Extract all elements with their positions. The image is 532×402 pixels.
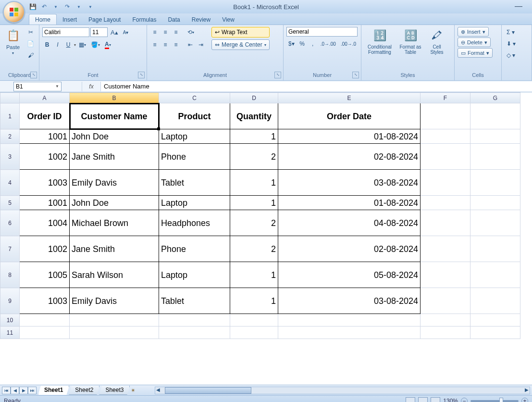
cell-E3[interactable]: 02-08-2024: [278, 144, 421, 170]
cell-C1[interactable]: Product: [159, 103, 230, 129]
row-header-6[interactable]: 6: [0, 210, 20, 236]
name-box[interactable]: B1 ▼: [13, 82, 62, 91]
column-header-G[interactable]: G: [470, 93, 520, 103]
cell-B8[interactable]: Sarah Wilson: [70, 262, 159, 288]
cell-E11[interactable]: [278, 327, 421, 339]
cell-C8[interactable]: Laptop: [159, 262, 230, 288]
cell-G8[interactable]: [470, 262, 520, 288]
comma-format-icon[interactable]: ,: [308, 38, 318, 49]
cell-B11[interactable]: [70, 327, 159, 339]
format-painter-icon[interactable]: 🖌: [25, 50, 36, 61]
redo-icon[interactable]: ↷: [63, 3, 71, 11]
align-bottom-icon[interactable]: ≡: [171, 27, 181, 38]
decrease-decimal-icon[interactable]: .00→.0: [339, 38, 358, 49]
cell-G3[interactable]: [470, 144, 520, 170]
cell-F4[interactable]: [421, 170, 470, 196]
cell-D6[interactable]: 2: [230, 210, 278, 236]
column-header-F[interactable]: F: [421, 93, 470, 103]
row-header-11[interactable]: 11: [0, 327, 20, 339]
paste-button[interactable]: 📋 Paste ▾: [3, 27, 23, 56]
cell-D11[interactable]: [230, 327, 278, 339]
dropdown-icon[interactable]: ▼: [55, 84, 59, 88]
cell-B6[interactable]: Michael Brown: [70, 210, 159, 236]
cell-E6[interactable]: 04-08-2024: [278, 210, 421, 236]
column-header-D[interactable]: D: [230, 93, 278, 103]
minimize-button[interactable]: —: [515, 2, 522, 11]
cell-B5[interactable]: John Doe: [70, 196, 159, 210]
tab-home[interactable]: Home: [29, 14, 57, 25]
cell-C3[interactable]: Phone: [159, 144, 230, 170]
launcher-icon[interactable]: ⤡: [30, 72, 37, 78]
zoom-out-icon[interactable]: −: [461, 398, 468, 402]
row-header-2[interactable]: 2: [0, 129, 20, 144]
cell-C7[interactable]: Phone: [159, 236, 230, 262]
cell-F10[interactable]: [421, 314, 470, 327]
cell-E5[interactable]: 01-08-2024: [278, 196, 421, 210]
align-center-icon[interactable]: ≡: [161, 39, 170, 50]
cell-D1[interactable]: Quantity: [230, 103, 278, 129]
sheet-tab-sheet1[interactable]: Sheet1: [38, 386, 69, 395]
font-color-icon[interactable]: A▾: [103, 39, 113, 50]
page-break-view-icon[interactable]: [431, 397, 440, 402]
format-cells-button[interactable]: ▭ Format ▾: [458, 48, 493, 58]
cell-F9[interactable]: [421, 288, 470, 314]
cell-D9[interactable]: 1: [230, 288, 278, 314]
cell-G4[interactable]: [470, 170, 520, 196]
bold-button[interactable]: B: [42, 39, 52, 50]
zoom-level[interactable]: 130%: [443, 398, 458, 402]
launcher-icon[interactable]: ⤡: [352, 72, 359, 78]
cell-F11[interactable]: [421, 327, 470, 339]
cell-A2[interactable]: 1001: [20, 129, 70, 144]
row-header-4[interactable]: 4: [0, 170, 20, 196]
percent-format-icon[interactable]: %: [297, 38, 307, 49]
cell-E2[interactable]: 01-08-2024: [278, 129, 421, 144]
zoom-in-icon[interactable]: +: [521, 398, 528, 402]
borders-icon[interactable]: ▦▾: [77, 39, 88, 50]
sheet-tab-sheet3[interactable]: Sheet3: [99, 386, 130, 395]
launcher-icon[interactable]: ⤡: [138, 72, 145, 78]
cell-E1[interactable]: Order Date: [278, 103, 421, 129]
first-sheet-icon[interactable]: ⏮: [2, 387, 11, 394]
cell-G7[interactable]: [470, 236, 520, 262]
fill-icon[interactable]: ⬇ ▾: [505, 38, 518, 49]
cell-D7[interactable]: 2: [230, 236, 278, 262]
cell-A1[interactable]: Order ID: [20, 103, 70, 129]
underline-button[interactable]: U: [63, 39, 73, 50]
cell-G11[interactable]: [470, 327, 520, 339]
merge-center-button[interactable]: ⇔ Merge & Center ▾: [211, 39, 270, 50]
cell-C11[interactable]: [159, 327, 230, 339]
cell-B4[interactable]: Emily Davis: [70, 170, 159, 196]
cell-G1[interactable]: [470, 103, 520, 129]
fx-icon[interactable]: fx: [82, 82, 101, 91]
cell-F5[interactable]: [421, 196, 470, 210]
fill-color-icon[interactable]: 🪣▾: [89, 39, 102, 50]
cell-G9[interactable]: [470, 288, 520, 314]
cell-G5[interactable]: [470, 196, 520, 210]
orientation-icon[interactable]: ⟲▾: [186, 27, 196, 38]
cell-D5[interactable]: 1: [230, 196, 278, 210]
column-header-A[interactable]: A: [20, 93, 70, 103]
page-layout-view-icon[interactable]: [418, 397, 428, 402]
qat-customize-icon[interactable]: ▼: [87, 3, 94, 11]
cell-D3[interactable]: 2: [230, 144, 278, 170]
tab-data[interactable]: Data: [162, 14, 186, 25]
worksheet-area[interactable]: ABCDEFG1Order IDCustomer NameProductQuan…: [0, 92, 532, 385]
horizontal-scrollbar[interactable]: ◀ ▶: [155, 387, 530, 394]
select-all-corner[interactable]: [0, 93, 20, 103]
cell-B2[interactable]: John Doe: [70, 129, 159, 144]
cell-A8[interactable]: 1005: [20, 262, 70, 288]
row-header-5[interactable]: 5: [0, 196, 20, 210]
zoom-thumb[interactable]: [499, 398, 503, 402]
delete-cells-button[interactable]: ⊖ Delete ▾: [458, 38, 491, 47]
row-header-9[interactable]: 9: [0, 288, 20, 314]
row-header-7[interactable]: 7: [0, 236, 20, 262]
cell-E9[interactable]: 03-08-2024: [278, 288, 421, 314]
cell-C5[interactable]: Laptop: [159, 196, 230, 210]
shrink-font-icon[interactable]: A▾: [121, 27, 131, 38]
cell-C9[interactable]: Tablet: [159, 288, 230, 314]
sheet-tab-sheet2[interactable]: Sheet2: [69, 386, 99, 395]
tab-insert[interactable]: Insert: [57, 14, 83, 25]
row-header-8[interactable]: 8: [0, 262, 20, 288]
cell-F8[interactable]: [421, 262, 470, 288]
cell-styles-button[interactable]: 🖍 Cell Styles: [426, 27, 448, 56]
